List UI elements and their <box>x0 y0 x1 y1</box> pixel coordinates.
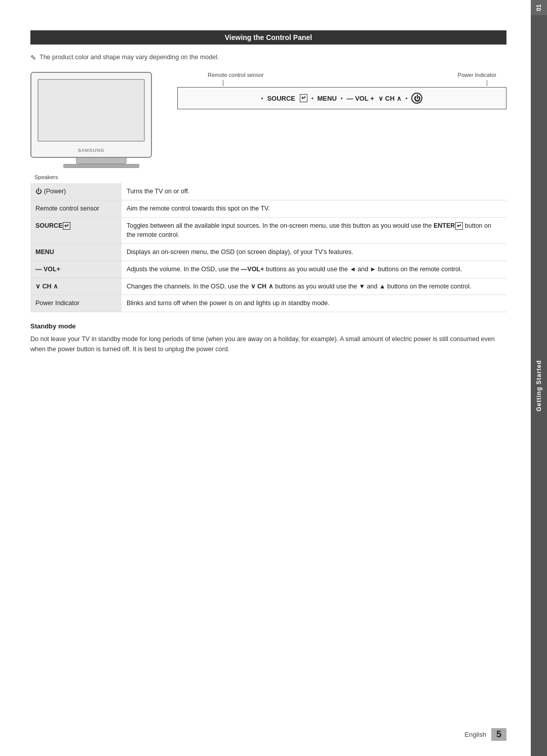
feature-label-menu: MENU <box>30 244 122 261</box>
note-text: The product color and shape may vary dep… <box>40 54 219 61</box>
tv-stand <box>76 158 127 164</box>
table-row: MENU Displays an on-screen menu, the OSD… <box>30 244 506 261</box>
note-line: ✎ The product color and shape may vary d… <box>30 54 506 62</box>
tv-brand: SAMSUNG <box>78 148 105 153</box>
tv-outer: SAMSUNG <box>30 72 152 158</box>
speakers-label: Speakers <box>34 174 58 180</box>
ch-label: ∨ CH ∧ <box>378 95 402 102</box>
side-tab-number: 01 <box>531 0 547 15</box>
source-enter-sym: ↵ <box>300 94 307 102</box>
feature-label-ch: ∨ CH ∧ <box>30 278 122 295</box>
feature-label-power: ⏻ (Power) <box>30 183 122 200</box>
feature-desc-power: Turns the TV on or off. <box>122 183 506 200</box>
table-row: ⏻ (Power) Turns the TV on or off. <box>30 183 506 200</box>
tv-illustration: SAMSUNG Speakers Remote control sensor P… <box>30 72 506 168</box>
feature-desc-vol: Adjusts the volume. In the OSD, use the … <box>122 261 506 278</box>
bullet-3: • <box>341 96 343 101</box>
table-row: Power Indicator Blinks and turns off whe… <box>30 295 506 312</box>
table-row: — VOL+ Adjusts the volume. In the OSD, u… <box>30 261 506 278</box>
table-row: Remote control sensor Aim the remote con… <box>30 200 506 217</box>
note-icon: ✎ <box>30 54 36 62</box>
table-row: SOURCE↵ Toggles between all the availabl… <box>30 217 506 244</box>
bullet-4: • <box>406 96 408 101</box>
feature-desc-sensor: Aim the remote control towards this spot… <box>122 200 506 217</box>
feature-label-indicator: Power Indicator <box>30 295 122 312</box>
power-button-icon: ⏻ <box>411 93 422 104</box>
feature-label-source: SOURCE↵ <box>30 217 122 244</box>
footer: English 5 <box>30 728 506 741</box>
standby-section: Standby mode Do not leave your TV in sta… <box>30 322 506 354</box>
tv-stand-base <box>63 164 139 168</box>
tv-screen <box>37 79 145 142</box>
source-enter-icon: ↵ <box>63 222 70 230</box>
feature-label-vol: — VOL+ <box>30 261 122 278</box>
main-content: Viewing the Control Panel ✎ The product … <box>30 30 506 726</box>
standby-title: Standby mode <box>30 322 506 330</box>
vol-label: — VOL + <box>346 95 374 102</box>
control-box: • SOURCE ↵ • MENU • — VOL + ∨ CH ∧ • ⏻ <box>177 87 506 109</box>
standby-text: Do not leave your TV in standby mode for… <box>30 334 506 354</box>
footer-page: 5 <box>491 728 506 741</box>
bullet-1: • <box>261 96 263 101</box>
source-label: SOURCE <box>267 95 295 102</box>
feature-desc-ch: Changes the channels. In the OSD, use th… <box>122 278 506 295</box>
menu-label: MENU <box>318 95 337 102</box>
feature-desc-menu: Displays an on-screen menu, the OSD (on … <box>122 244 506 261</box>
power-icon-sym: ⏻ <box>414 95 420 102</box>
power-line <box>487 80 487 86</box>
power-indicator-label: Power Indicator <box>458 72 496 78</box>
bullet-2: • <box>311 96 314 101</box>
table-row: ∨ CH ∧ Changes the channels. In the OSD,… <box>30 278 506 295</box>
feature-label-sensor: Remote control sensor <box>30 200 122 217</box>
feature-desc-source: Toggles between all the available input … <box>122 217 506 244</box>
feature-desc-indicator: Blinks and turns off when the power is o… <box>122 295 506 312</box>
remote-sensor-label: Remote control sensor <box>208 72 264 78</box>
sensor-line <box>223 80 223 86</box>
section-title: Viewing the Control Panel <box>30 30 506 45</box>
footer-language: English <box>464 731 486 738</box>
side-tab-label: Getting Started <box>531 15 547 756</box>
tv-drawing: SAMSUNG Speakers <box>30 72 172 168</box>
enter-icon-1: ↵ <box>455 222 463 230</box>
control-panel-section: Remote control sensor Power Indicator • … <box>177 72 506 109</box>
features-table: ⏻ (Power) Turns the TV on or off. Remote… <box>30 183 506 312</box>
